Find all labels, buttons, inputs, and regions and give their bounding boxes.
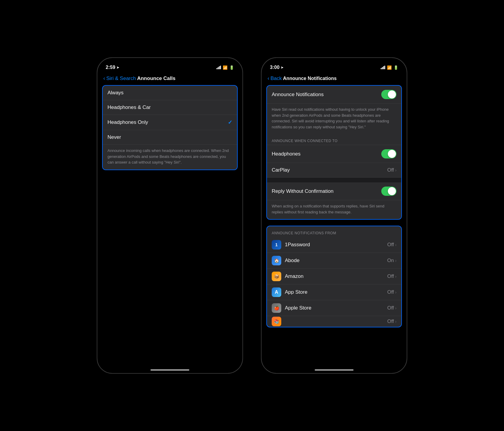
- app-icon-books: 📚: [272, 317, 281, 326]
- time-display-2: 3:00: [270, 65, 279, 70]
- option-never-label: Never: [107, 134, 121, 140]
- app-value-1password: Off ›: [387, 242, 397, 248]
- headphones-toggle-knob: [388, 150, 396, 158]
- screen-1: 2:59 ➤ 📶 🔋 ‹ Siri & Search Announce Cal: [97, 58, 242, 373]
- back-chevron-icon: ‹: [103, 75, 105, 81]
- headphones-row[interactable]: Headphones: [267, 145, 401, 163]
- app-row-abode[interactable]: 🏠 Abode On ›: [267, 253, 401, 269]
- reply-toggle[interactable]: [381, 187, 397, 196]
- app-row-appstore[interactable]: A App Store Off ›: [267, 284, 401, 300]
- location-arrow-icon: ➤: [116, 66, 119, 70]
- back-button-1[interactable]: ‹ Siri & Search: [103, 75, 136, 81]
- headphones-toggle[interactable]: [381, 149, 397, 158]
- app-icon-abode: 🏠: [272, 256, 281, 265]
- app-chevron-books: ›: [395, 319, 397, 324]
- back-chevron-icon-2: ‹: [268, 75, 269, 81]
- description-text: Announce incoming calls when headphones …: [107, 148, 229, 164]
- options-group: Always Headphones & Car Headphones Only …: [102, 85, 238, 170]
- app-chevron-abode: ›: [395, 258, 397, 263]
- option-always-label: Always: [107, 90, 124, 96]
- checkmark-icon: ✓: [228, 119, 232, 126]
- signal-icon: [216, 66, 221, 69]
- app-name-appstore: App Store: [285, 289, 387, 295]
- back-label-1: Siri & Search: [106, 76, 136, 81]
- battery-icon: 🔋: [229, 65, 234, 70]
- app-name-applestore: Apple Store: [285, 305, 387, 311]
- content-2: Announce Notifications Have Siri read ou…: [262, 85, 407, 327]
- phone-2: 3:00 ➤ 📶 🔋 ‹ Back Announce Notification: [261, 57, 407, 374]
- status-icons-1: 📶 🔋: [216, 65, 234, 70]
- app-name-1password: 1Password: [285, 242, 387, 248]
- app-value-abode: On ›: [387, 258, 397, 264]
- app-icon-1password: 1: [272, 240, 281, 250]
- battery-icon-2: 🔋: [394, 65, 398, 70]
- app-chevron-amazon: ›: [395, 274, 397, 279]
- announce-toggle-row[interactable]: Announce Notifications: [267, 86, 401, 104]
- back-label-2: Back: [271, 76, 282, 81]
- wifi-icon-2: 📶: [387, 65, 392, 70]
- carplay-chevron-icon: ›: [395, 168, 397, 173]
- main-desc-row: Have Siri read out notifications without…: [267, 104, 401, 134]
- app-chevron-1password: ›: [395, 242, 397, 247]
- home-indicator-1: [150, 369, 189, 371]
- wifi-icon: 📶: [223, 65, 228, 70]
- app-row-amazon[interactable]: 📦 Amazon Off ›: [267, 269, 401, 284]
- app-icon-amazon: 📦: [272, 272, 281, 281]
- location-arrow-icon-2: ➤: [281, 66, 283, 70]
- nav-bar-2: ‹ Back Announce Notifications: [262, 73, 407, 85]
- notch-2: [315, 58, 354, 66]
- announce-toggle[interactable]: [381, 90, 397, 99]
- app-value-amazon: Off ›: [387, 273, 397, 279]
- app-value-books: Off ›: [387, 318, 397, 324]
- signal-icon-2: [381, 66, 385, 69]
- page-title-2: Announce Notifications: [283, 76, 337, 81]
- option-headphones-only-label: Headphones Only: [107, 119, 148, 125]
- notch: [150, 58, 189, 66]
- power-button-2[interactable]: [407, 136, 407, 165]
- carplay-value: Off ›: [387, 167, 397, 173]
- app-value-applestore: Off ›: [387, 305, 397, 311]
- app-row-books[interactable]: 📚 Off ›: [267, 316, 401, 327]
- option-headphones-car-label: Headphones & Car: [107, 104, 151, 110]
- reply-label: Reply Without Confirmation: [272, 188, 334, 194]
- option-headphones-only[interactable]: Headphones Only ✓: [103, 115, 237, 130]
- page-title-1: Announce Calls: [137, 76, 175, 81]
- reply-toggle-knob: [388, 187, 396, 195]
- option-always[interactable]: Always: [103, 86, 237, 100]
- app-row-1password[interactable]: 1 1Password Off ›: [267, 237, 401, 253]
- reply-description: When acting on a notification that suppo…: [272, 204, 384, 214]
- app-name-amazon: Amazon: [285, 273, 387, 279]
- app-icon-appstore: A: [272, 287, 281, 297]
- option-headphones-car[interactable]: Headphones & Car: [103, 100, 237, 115]
- toggle-knob: [388, 90, 396, 98]
- phone-1: 2:59 ➤ 📶 🔋 ‹ Siri & Search Announce Cal: [97, 57, 243, 374]
- announce-group: Announce Notifications Have Siri read ou…: [266, 85, 402, 220]
- description-row: Announce incoming calls when headphones …: [103, 145, 237, 170]
- home-indicator-2: [315, 369, 354, 371]
- status-icons-2: 📶 🔋: [381, 65, 398, 70]
- option-never[interactable]: Never: [103, 130, 237, 145]
- announce-toggle-label: Announce Notifications: [272, 92, 324, 98]
- reply-desc-row: When acting on a notification that suppo…: [267, 200, 401, 219]
- main-description: Have Siri read out notifications without…: [272, 107, 389, 129]
- app-value-appstore: Off ›: [387, 289, 397, 295]
- app-chevron-appstore: ›: [395, 290, 397, 295]
- reply-row[interactable]: Reply Without Confirmation: [267, 182, 401, 200]
- app-row-applestore[interactable]: 🍎 Apple Store Off ›: [267, 300, 401, 316]
- power-button[interactable]: [242, 136, 243, 165]
- carplay-label: CarPlay: [272, 167, 290, 173]
- carplay-row[interactable]: CarPlay Off ›: [267, 163, 401, 178]
- app-name-abode: Abode: [285, 258, 387, 264]
- apps-section-header: ANNOUNCE NOTIFICATIONS FROM: [267, 226, 401, 237]
- nav-bar-1: ‹ Siri & Search Announce Calls: [97, 73, 242, 85]
- content-1: Always Headphones & Car Headphones Only …: [97, 85, 242, 170]
- screen-2: 3:00 ➤ 📶 🔋 ‹ Back Announce Notification: [262, 58, 407, 373]
- connections-section-header: ANNOUNCE WHEN CONNECTED TO: [267, 134, 401, 145]
- app-icon-applestore: 🍎: [272, 303, 281, 313]
- time-display-1: 2:59: [106, 65, 115, 70]
- back-button-2[interactable]: ‹ Back: [268, 75, 282, 81]
- app-chevron-applestore: ›: [395, 306, 397, 310]
- headphones-label: Headphones: [272, 151, 300, 157]
- apps-group: ANNOUNCE NOTIFICATIONS FROM 1 1Password …: [266, 226, 402, 327]
